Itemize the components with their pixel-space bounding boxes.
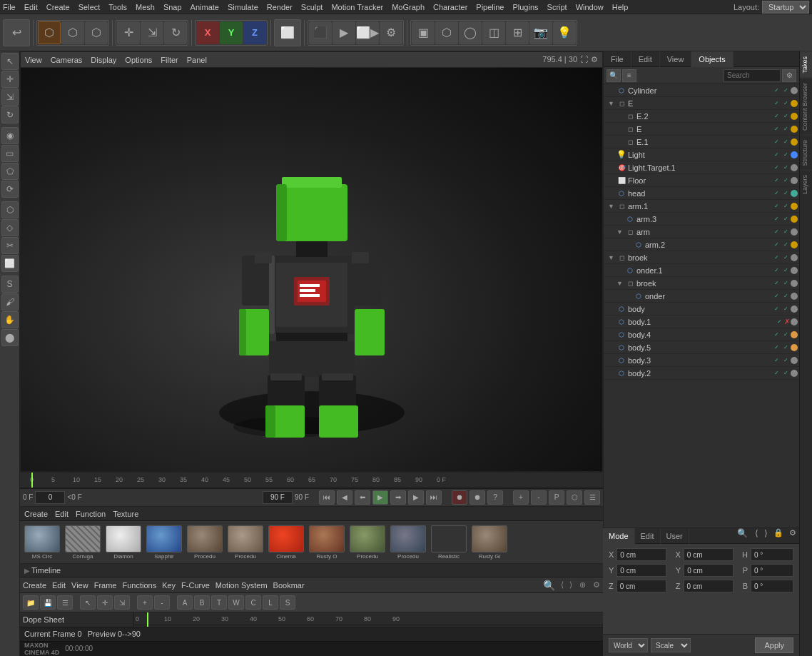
- spline-tool[interactable]: S: [1, 276, 19, 293]
- menu-create[interactable]: Create: [46, 3, 70, 11]
- y-input[interactable]: [616, 564, 666, 577]
- sculpt-grab[interactable]: ✋: [1, 311, 19, 328]
- obj-search-icon[interactable]: 🔍: [607, 69, 621, 82]
- y-axis-button[interactable]: Y: [220, 21, 243, 44]
- t2-edit[interactable]: Edit: [52, 581, 66, 590]
- material-corruga[interactable]: Corruga: [64, 525, 102, 560]
- obj-row-head[interactable]: ⬡ head ✓ ✓: [604, 187, 799, 200]
- y2-input[interactable]: [684, 564, 734, 577]
- menu-window[interactable]: Window: [576, 3, 604, 11]
- transform-mode-select[interactable]: Scale Move Rotate: [651, 638, 691, 652]
- z2-input[interactable]: [684, 580, 734, 592]
- tab-edit[interactable]: Edit: [631, 51, 660, 67]
- go-end-button[interactable]: ⏭: [426, 490, 442, 505]
- rect-select[interactable]: ▭: [1, 145, 19, 162]
- apply-button[interactable]: Apply: [755, 637, 793, 653]
- record-all-button[interactable]: ⏺: [470, 490, 485, 505]
- t2-tb-linear[interactable]: L: [263, 595, 278, 610]
- attr-nav2-icon[interactable]: ⟩: [761, 528, 771, 543]
- obj-row-Echild[interactable]: ◻ E ✓ ✓: [604, 123, 799, 136]
- del-keyframe-button[interactable]: -: [531, 490, 547, 505]
- timeline-settings-button[interactable]: ☰: [584, 490, 600, 505]
- model-mode-button[interactable]: ⬡: [38, 21, 61, 44]
- rotate-tool[interactable]: ↻: [1, 106, 19, 123]
- t2-tb-add-key[interactable]: +: [137, 595, 153, 610]
- menu-plugins[interactable]: Plugins: [512, 3, 538, 11]
- add-keyframe-button[interactable]: +: [513, 490, 529, 505]
- menu-motiontracker[interactable]: Motion Tracker: [331, 3, 383, 11]
- play-button[interactable]: ▶: [372, 490, 388, 505]
- t2-tb-open[interactable]: 📁: [23, 595, 39, 610]
- material-procedu4[interactable]: Procedu: [389, 525, 427, 560]
- material-procedu1[interactable]: Procedu: [186, 525, 224, 560]
- t2-tb-scale[interactable]: ⇲: [114, 595, 130, 610]
- attr-settings-icon[interactable]: ⚙: [786, 528, 799, 543]
- tab-view[interactable]: View: [660, 51, 692, 67]
- obj-row-arm2[interactable]: ⬡ arm.2 ✓ ✓: [604, 238, 799, 251]
- magnet-tool[interactable]: ⬤: [1, 329, 19, 346]
- obj-row-body3[interactable]: ⬡ body.3 ✓ ✓: [604, 354, 799, 367]
- obj-row-E[interactable]: ▼ ◻ E ✓ ✓: [604, 97, 799, 110]
- b-input[interactable]: [751, 580, 793, 592]
- render-active-button[interactable]: ▶: [333, 21, 355, 44]
- obj-row-body5[interactable]: ⬡ body.5 ✓ ✓: [604, 341, 799, 354]
- side-tab-structure[interactable]: Structure: [800, 135, 812, 171]
- attr-nav-icon[interactable]: ⟨: [752, 528, 761, 543]
- layout-selector[interactable]: Startup: [762, 1, 809, 14]
- loop-select[interactable]: ⟳: [1, 181, 19, 198]
- menu-tools[interactable]: Tools: [108, 3, 127, 11]
- bridge-tool[interactable]: ⬜: [1, 255, 19, 272]
- shading-button[interactable]: ◯: [459, 21, 482, 44]
- objects-search-input[interactable]: [724, 69, 781, 82]
- motion-clip-button[interactable]: ⬡: [567, 490, 582, 505]
- tab-file[interactable]: File: [604, 51, 631, 67]
- x-input[interactable]: [616, 548, 666, 561]
- t2-tb-save[interactable]: 💾: [40, 595, 56, 610]
- t2-fcurve[interactable]: F-Curve: [181, 581, 210, 590]
- obj-row-body1[interactable]: ⬡ body.1 ✓ ✗: [604, 316, 799, 328]
- t2-search-icon[interactable]: 🔍: [543, 580, 555, 591]
- auto-key-button[interactable]: P: [549, 490, 564, 505]
- attr-tab-edit[interactable]: Edit: [635, 528, 661, 544]
- obj-settings-icon[interactable]: ⚙: [782, 69, 796, 82]
- mat-menu-function[interactable]: Function: [76, 510, 106, 518]
- obj-row-arm[interactable]: ▼ ◻ arm ✓ ✓: [604, 226, 799, 238]
- menu-snap[interactable]: Snap: [163, 3, 182, 11]
- record-selected-button[interactable]: ?: [487, 490, 503, 505]
- attr-search-icon[interactable]: 🔍: [733, 528, 752, 543]
- t2-tb-break[interactable]: B: [194, 595, 210, 610]
- viewport-menu-panel[interactable]: Panel: [187, 56, 207, 64]
- z-axis-button[interactable]: Z: [243, 21, 266, 44]
- texture-button[interactable]: ◫: [482, 21, 505, 44]
- rotate-button[interactable]: ↻: [164, 21, 187, 44]
- menu-script[interactable]: Script: [547, 3, 567, 11]
- t2-create[interactable]: Create: [23, 581, 46, 590]
- obj-row-cylinder[interactable]: ⬡ Cylinder ✓ ✓: [604, 84, 799, 97]
- render-region-button[interactable]: ⬛: [309, 21, 332, 44]
- t2-settings[interactable]: ⚙: [593, 580, 600, 590]
- t2-tb-auto[interactable]: A: [177, 595, 193, 610]
- obj-row-arm1[interactable]: ▼ ◻ arm.1 ✓ ✓: [604, 200, 799, 213]
- menu-select[interactable]: Select: [78, 3, 101, 11]
- obj-filter-icon[interactable]: ≡: [622, 69, 636, 82]
- menu-render[interactable]: Render: [267, 3, 293, 11]
- t2-tb-del-key[interactable]: -: [154, 595, 170, 610]
- new-viewport-button[interactable]: ⬜: [274, 19, 301, 46]
- select-tool[interactable]: ↖: [1, 53, 19, 70]
- wireframe-button[interactable]: ⬡: [435, 21, 458, 44]
- menu-character[interactable]: Character: [433, 3, 467, 11]
- viewport-menu-cameras[interactable]: Cameras: [51, 56, 83, 64]
- obj-row-E1[interactable]: ◻ E.1 ✓ ✓: [604, 136, 799, 148]
- obj-row-E2[interactable]: ◻ E.2 ✓ ✓: [604, 110, 799, 123]
- obj-row-onder1[interactable]: ⬡ onder.1 ✓ ✓: [604, 264, 799, 277]
- attr-lock-icon[interactable]: 🔒: [771, 528, 786, 543]
- side-tab-layers[interactable]: Layers: [800, 170, 812, 198]
- obj-row-onder[interactable]: ⬡ onder ✓ ✓: [604, 290, 799, 303]
- menu-pipeline[interactable]: Pipeline: [476, 3, 504, 11]
- viewport-settings-icon[interactable]: ⚙: [591, 55, 598, 64]
- t2-collapse-icon[interactable]: ▶: [24, 567, 30, 575]
- t2-nav2[interactable]: ⟩: [569, 580, 572, 590]
- scale-button[interactable]: ⇲: [141, 21, 163, 44]
- end-preview-input[interactable]: [263, 491, 293, 504]
- move-button[interactable]: ✛: [117, 21, 140, 44]
